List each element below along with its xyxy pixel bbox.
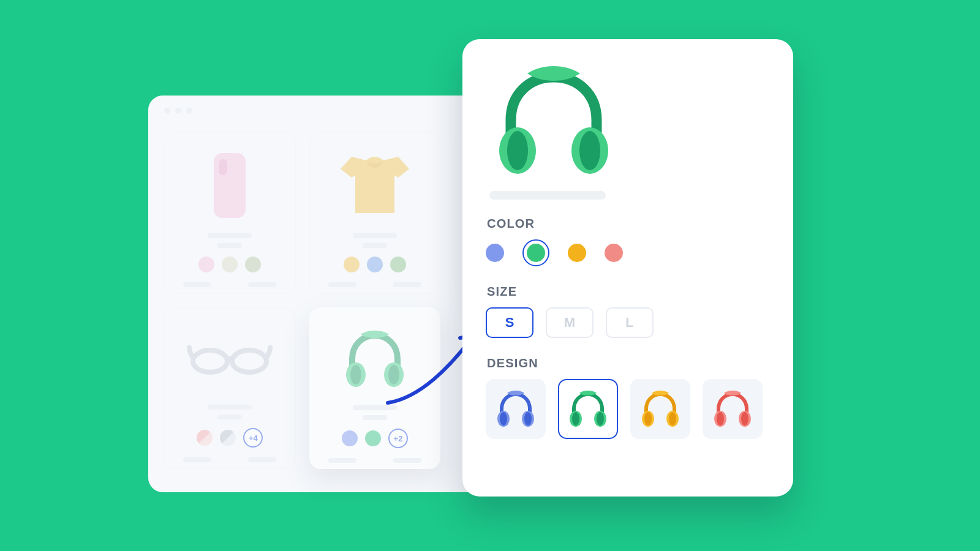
svg-point-24	[669, 412, 676, 425]
color-swatch[interactable]	[220, 430, 236, 446]
svg-point-10	[507, 131, 528, 170]
more-swatches-badge[interactable]: +2	[388, 429, 408, 448]
svg-point-3	[193, 350, 227, 372]
section-label-design: DESIGN	[487, 356, 770, 370]
window-dot	[164, 108, 170, 114]
window-controls	[164, 108, 192, 114]
design-option-green-selected[interactable]	[558, 379, 618, 439]
placeholder-row	[328, 458, 421, 463]
design-option-red[interactable]	[703, 379, 763, 439]
color-swatch[interactable]	[342, 430, 358, 446]
svg-point-14	[500, 412, 507, 425]
svg-point-12	[579, 131, 600, 170]
window-dot	[175, 108, 181, 114]
product-card-headphones[interactable]: +2	[309, 307, 441, 469]
swatch-row: +4	[197, 428, 263, 448]
svg-point-20	[597, 412, 604, 425]
placeholder-line	[208, 405, 252, 410]
svg-point-22	[644, 412, 652, 425]
color-swatch[interactable]	[344, 257, 360, 272]
placeholder-row	[183, 282, 276, 287]
design-option-blue[interactable]	[486, 379, 546, 439]
placeholder-row	[328, 282, 421, 287]
product-hero-headphones-icon	[489, 61, 770, 180]
design-option-yellow[interactable]	[630, 379, 690, 439]
color-swatch[interactable]	[245, 257, 261, 272]
placeholder-line	[208, 233, 252, 238]
svg-point-28	[741, 412, 748, 425]
svg-point-8	[388, 365, 399, 384]
product-detail-panel: COLOR SIZE S M L DESIGN	[462, 39, 793, 497]
product-card-phone-case[interactable]	[164, 132, 296, 294]
color-swatch	[527, 244, 545, 262]
svg-point-6	[350, 365, 361, 384]
color-swatch[interactable]	[365, 430, 381, 446]
section-label-size: SIZE	[487, 285, 770, 299]
svg-point-26	[717, 412, 724, 425]
placeholder-line	[363, 415, 387, 420]
phone-case-icon	[173, 141, 287, 230]
more-swatches-badge[interactable]: +4	[243, 428, 263, 448]
svg-rect-1	[219, 159, 227, 175]
window-dot	[186, 108, 192, 114]
product-card-glasses[interactable]: +4	[164, 307, 296, 469]
size-option-l[interactable]: L	[606, 307, 654, 338]
color-option-blue[interactable]	[486, 244, 504, 262]
color-swatch[interactable]	[197, 430, 213, 446]
color-swatch[interactable]	[222, 257, 238, 272]
svg-point-18	[572, 412, 579, 425]
color-swatch[interactable]	[390, 257, 406, 272]
glasses-icon	[173, 317, 287, 401]
color-option-pink[interactable]	[605, 244, 623, 262]
svg-point-4	[232, 350, 266, 372]
swatch-row: +2	[342, 429, 408, 448]
svg-rect-0	[214, 153, 246, 218]
color-option-green-selected[interactable]	[522, 239, 549, 266]
svg-point-16	[524, 412, 532, 425]
size-option-m[interactable]: M	[546, 307, 594, 338]
placeholder-line	[217, 414, 242, 419]
design-options	[486, 379, 770, 439]
tshirt-icon	[318, 141, 432, 230]
swatch-row	[198, 257, 261, 272]
product-card-tshirt[interactable]	[309, 132, 441, 294]
color-options	[486, 239, 770, 266]
swatch-row	[344, 257, 406, 272]
placeholder-line	[363, 243, 387, 248]
size-options: S M L	[486, 307, 770, 338]
placeholder-line	[353, 405, 397, 410]
placeholder-row	[183, 457, 276, 462]
section-label-color: COLOR	[487, 217, 770, 231]
color-option-yellow[interactable]	[568, 244, 586, 262]
color-swatch[interactable]	[198, 257, 214, 272]
size-option-s[interactable]: S	[486, 307, 533, 338]
placeholder-line	[353, 233, 397, 238]
headphones-icon	[318, 316, 432, 402]
color-swatch[interactable]	[367, 257, 383, 272]
placeholder-line	[217, 243, 242, 248]
product-title-placeholder	[489, 191, 606, 200]
